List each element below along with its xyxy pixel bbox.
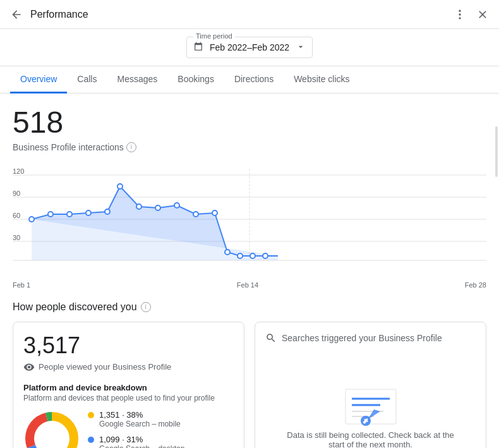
- svg-point-20: [155, 205, 160, 210]
- time-period-label: Time period: [193, 32, 235, 40]
- interactions-label: Business Profile interactions i: [13, 142, 486, 152]
- platform-title: Platform and device breakdown: [23, 383, 234, 392]
- svg-point-24: [225, 250, 230, 255]
- svg-text:120: 120: [13, 167, 24, 175]
- legend-dot-1: [88, 437, 94, 443]
- svg-point-17: [105, 209, 110, 214]
- legend-item-0: 1,351 · 38% Google Search – mobile: [88, 410, 234, 428]
- svg-rect-33: [346, 389, 396, 424]
- svg-point-21: [174, 203, 179, 208]
- chart-x-labels: Feb 1 Feb 14 Feb 28: [13, 281, 486, 289]
- back-icon: [10, 8, 23, 21]
- header-right: [451, 6, 491, 23]
- close-icon: [476, 8, 489, 21]
- search-icon: [265, 332, 277, 344]
- svg-point-16: [86, 210, 91, 215]
- svg-text:30: 30: [13, 234, 20, 241]
- legend-text-0: 1,351 · 38% Google Search – mobile: [99, 410, 181, 428]
- tab-overview[interactable]: Overview: [10, 66, 67, 94]
- more-options-button[interactable]: [451, 6, 469, 23]
- svg-point-25: [237, 253, 243, 258]
- svg-point-22: [193, 212, 198, 217]
- calendar-icon: [193, 42, 203, 54]
- tab-directions[interactable]: Directions: [224, 66, 284, 94]
- header: Performance: [0, 0, 499, 29]
- collecting-data-text: Data is still being collected. Check bac…: [278, 430, 463, 448]
- views-label: People viewed your Business Profile: [23, 361, 234, 373]
- time-period-container: Time period Feb 2022–Feb 2022: [0, 29, 499, 66]
- svg-point-23: [212, 210, 217, 215]
- tabs-container: Overview Calls Messages Bookings Directi…: [0, 66, 499, 94]
- searches-header: Searches triggered your Business Profile: [265, 332, 476, 344]
- svg-point-14: [48, 212, 53, 217]
- svg-point-26: [250, 253, 255, 258]
- scrollbar-indicator[interactable]: [495, 126, 498, 177]
- legend: 1,351 · 38% Google Search – mobile 1,099…: [88, 410, 234, 448]
- interactions-chart: 120 90 60 30: [13, 162, 486, 276]
- page-title: Performance: [30, 9, 88, 20]
- legend-item-1: 1,099 · 31% Google Search – desktop: [88, 435, 234, 448]
- back-button[interactable]: [8, 6, 25, 23]
- svg-point-13: [29, 217, 34, 222]
- svg-point-1: [459, 13, 460, 15]
- donut-legend-row: 1,351 · 38% Google Search – mobile 1,099…: [23, 410, 234, 448]
- searches-card: Searches triggered your Business Profile: [255, 322, 486, 448]
- discovery-section-title: How people discovered you i: [13, 301, 486, 313]
- donut-chart: [23, 410, 80, 448]
- svg-point-18: [117, 184, 123, 189]
- time-period-select[interactable]: Time period Feb 2022–Feb 2022: [186, 37, 313, 58]
- tab-bookings[interactable]: Bookings: [167, 66, 224, 94]
- donut-svg: [23, 410, 80, 448]
- interactions-count: 518: [13, 106, 486, 140]
- svg-point-2: [459, 17, 460, 19]
- views-count: 3,517: [23, 332, 234, 359]
- chart-svg: 120 90 60 30: [13, 162, 486, 276]
- header-left: Performance: [8, 6, 88, 23]
- svg-text:60: 60: [13, 212, 20, 219]
- tab-messages[interactable]: Messages: [107, 66, 167, 94]
- svg-point-32: [35, 422, 68, 448]
- discovery-info-icon[interactable]: i: [141, 302, 151, 312]
- svg-point-27: [263, 253, 268, 258]
- svg-point-19: [136, 204, 141, 209]
- legend-text-1: 1,099 · 31% Google Search – desktop: [99, 435, 184, 448]
- views-card: 3,517 People viewed your Business Profil…: [13, 322, 244, 448]
- main-content: 518 Business Profile interactions i 120 …: [0, 94, 499, 448]
- svg-text:90: 90: [13, 190, 20, 197]
- collecting-data-illustration: [333, 383, 409, 430]
- tab-calls[interactable]: Calls: [67, 66, 107, 94]
- eye-icon: [23, 361, 35, 373]
- legend-dot-0: [88, 412, 94, 418]
- interactions-info-icon[interactable]: i: [126, 142, 136, 152]
- platform-subtitle: Platform and devices that people used to…: [23, 394, 234, 403]
- time-period-value: Feb 2022–Feb 2022: [210, 42, 289, 52]
- svg-point-15: [67, 212, 72, 217]
- svg-point-0: [459, 9, 460, 11]
- collecting-data-container: Data is still being collected. Check bac…: [265, 349, 476, 448]
- discovery-cards: 3,517 People viewed your Business Profil…: [13, 322, 486, 448]
- tab-website-clicks[interactable]: Website clicks: [284, 66, 359, 94]
- dropdown-arrow-icon: [296, 42, 306, 54]
- close-button[interactable]: [474, 6, 491, 23]
- more-options-icon: [454, 8, 466, 21]
